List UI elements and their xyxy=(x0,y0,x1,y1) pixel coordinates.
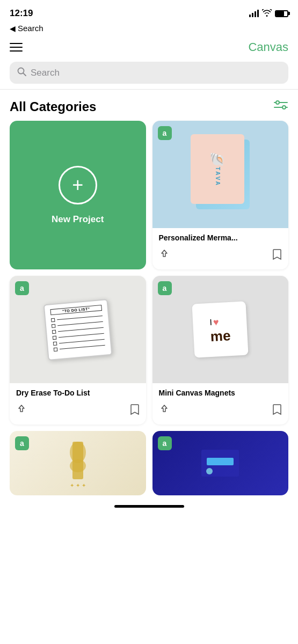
wifi-icon xyxy=(262,9,272,18)
filter-button[interactable] xyxy=(273,100,288,114)
partial-card-blue[interactable]: a xyxy=(152,431,289,495)
project-card-magnets[interactable]: a I ♥ me Mini Canvas Magnets xyxy=(152,276,289,425)
svg-point-5 xyxy=(282,106,286,109)
search-glass-icon xyxy=(17,67,26,78)
signal-bars-icon xyxy=(249,10,259,17)
bookmark-button-todo[interactable] xyxy=(130,404,140,418)
badge-magnets: a xyxy=(158,281,172,295)
search-bar-container: Search xyxy=(0,58,298,89)
card-body-todo: Dry Erase To-Do List xyxy=(10,383,146,425)
svg-text:✦ ✦ ✦: ✦ ✦ ✦ xyxy=(70,482,86,488)
categories-header: All Categories xyxy=(0,95,298,121)
badge-todo: a xyxy=(15,281,29,295)
plus-icon: + xyxy=(72,175,83,195)
divider xyxy=(0,89,298,90)
svg-point-12 xyxy=(206,468,213,474)
svg-point-3 xyxy=(276,101,279,104)
battery-icon xyxy=(275,10,288,17)
partial-cards-row: a ✦ ✦ ✦ a xyxy=(0,431,298,495)
card-actions-mermaid xyxy=(159,246,282,266)
back-navigation[interactable]: ◀ Search xyxy=(0,24,298,36)
svg-point-8 xyxy=(70,459,86,472)
share-button-magnets[interactable] xyxy=(159,404,170,418)
bookmark-button-mermaid[interactable] xyxy=(272,248,282,263)
svg-rect-11 xyxy=(207,458,234,465)
new-project-card[interactable]: + New Project xyxy=(10,121,146,269)
search-input[interactable]: Search xyxy=(10,62,288,84)
home-bar xyxy=(114,505,184,508)
card-title-mermaid: Personalized Merma... xyxy=(159,233,282,242)
badge-mermaid: a xyxy=(158,126,172,140)
card-title-magnets: Mini Canvas Magnets xyxy=(159,389,282,397)
top-header: Canvas xyxy=(0,36,298,58)
todo-image: "TO DO LIST" xyxy=(10,276,146,383)
plus-circle-icon: + xyxy=(59,166,97,204)
gold-image: ✦ ✦ ✦ xyxy=(10,431,146,495)
status-bar: 12:19 xyxy=(0,0,298,24)
partial-card-gold[interactable]: a ✦ ✦ ✦ xyxy=(10,431,146,495)
badge-blue: a xyxy=(158,436,172,450)
card-actions-todo xyxy=(16,401,140,421)
back-label: Search xyxy=(18,24,43,33)
badge-gold: a xyxy=(15,436,29,450)
card-body-magnets: Mini Canvas Magnets xyxy=(152,383,289,425)
bookmark-button-magnets[interactable] xyxy=(272,404,282,418)
hamburger-menu-button[interactable] xyxy=(10,43,23,52)
home-indicator xyxy=(0,495,298,513)
card-actions-magnets xyxy=(159,401,282,421)
share-button-mermaid[interactable] xyxy=(159,249,170,262)
project-card-mermaid[interactable]: a 🐚 TAVA Personalized Merma... xyxy=(152,121,289,269)
categories-title: All Categories xyxy=(10,99,96,114)
share-button-todo[interactable] xyxy=(16,404,27,418)
card-title-todo: Dry Erase To-Do List xyxy=(16,389,140,397)
projects-grid: + New Project a 🐚 TAVA Personalized Merm… xyxy=(0,121,298,425)
project-card-todo[interactable]: a "TO DO LIST" xyxy=(10,276,146,425)
blue-image xyxy=(152,431,289,495)
status-time: 12:19 xyxy=(10,8,33,19)
status-icons xyxy=(249,9,288,18)
svg-line-1 xyxy=(23,73,26,76)
search-placeholder-text: Search xyxy=(31,68,60,78)
back-arrow-icon: ◀ xyxy=(10,24,16,33)
magnets-image: I ♥ me xyxy=(152,276,289,383)
mermaid-image: 🐚 TAVA xyxy=(152,121,289,228)
app-title: Canvas xyxy=(248,40,288,54)
card-body-mermaid: Personalized Merma... xyxy=(152,228,289,269)
new-project-label: New Project xyxy=(52,214,104,225)
